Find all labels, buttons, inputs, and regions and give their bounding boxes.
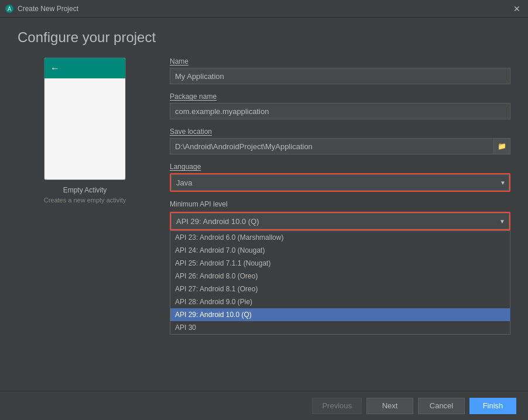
name-input[interactable] bbox=[170, 68, 510, 84]
main-content: Configure your project ← Empty Activity … bbox=[0, 18, 528, 420]
api-option-23[interactable]: API 23: Android 6.0 (Marshmallow) bbox=[170, 231, 510, 244]
bottom-bar: Previous Next Cancel Finish bbox=[0, 391, 528, 420]
api-level-section: Minimum API level API 29: Android 10.0 (… bbox=[170, 200, 510, 267]
cancel-button[interactable]: Cancel bbox=[418, 398, 465, 414]
svg-text:A: A bbox=[8, 6, 12, 12]
package-input[interactable] bbox=[170, 103, 510, 119]
app-icon: A bbox=[5, 4, 14, 13]
api-option-26[interactable]: API 26: Android 8.0 (Oreo) bbox=[170, 270, 510, 283]
language-field-group: Language Java Kotlin ▼ bbox=[170, 163, 510, 192]
language-label: Language bbox=[170, 163, 510, 171]
left-panel: ← Empty Activity Creates a new empty act… bbox=[18, 57, 152, 408]
api-option-28[interactable]: API 28: Android 9.0 (Pie) bbox=[170, 295, 510, 308]
api-option-29[interactable]: API 29: Android 10.0 (Q) bbox=[170, 308, 510, 321]
browse-folder-button[interactable]: 📁 bbox=[494, 138, 510, 154]
next-button[interactable]: Next bbox=[366, 398, 413, 414]
language-select-wrapper: Java Kotlin ▼ bbox=[170, 173, 510, 192]
activity-label: Empty Activity bbox=[63, 186, 107, 194]
right-panel: Name Package name Save location 📁 bbox=[170, 57, 510, 408]
api-option-27[interactable]: API 27: Android 8.1 (Oreo) bbox=[170, 283, 510, 295]
page-title: Configure your project bbox=[18, 29, 510, 46]
package-field-group: Package name bbox=[170, 92, 510, 119]
api-dropdown-container: API 29: Android 10.0 (Q) ▼ API 23: Andro… bbox=[170, 212, 510, 230]
api-option-24[interactable]: API 24: Android 7.0 (Nougat) bbox=[170, 244, 510, 257]
title-bar-text: Create New Project bbox=[18, 5, 78, 13]
name-label: Name bbox=[170, 57, 510, 66]
save-location-label: Save location bbox=[170, 128, 510, 136]
api-level-label: Minimum API level bbox=[170, 200, 510, 208]
activity-description: Creates a new empty activity bbox=[44, 197, 126, 204]
title-bar: A Create New Project ✕ bbox=[0, 0, 528, 18]
folder-icon: 📁 bbox=[498, 142, 506, 150]
api-selected-value: API 29: Android 10.0 (Q) bbox=[176, 217, 259, 226]
api-option-25[interactable]: API 25: Android 7.1.1 (Nougat) bbox=[170, 257, 510, 270]
previous-button[interactable]: Previous bbox=[312, 398, 362, 414]
save-location-group: Save location 📁 bbox=[170, 128, 510, 154]
api-select-display[interactable]: API 29: Android 10.0 (Q) ▼ bbox=[171, 213, 509, 229]
name-field-group: Name bbox=[170, 57, 510, 84]
save-location-input-group: 📁 bbox=[170, 138, 510, 154]
language-select[interactable]: Java Kotlin bbox=[171, 174, 509, 191]
save-location-input[interactable] bbox=[170, 138, 494, 154]
back-arrow-icon: ← bbox=[50, 63, 60, 74]
package-label: Package name bbox=[170, 92, 510, 101]
content-area: ← Empty Activity Creates a new empty act… bbox=[18, 57, 510, 408]
api-select-wrapper: API 29: Android 10.0 (Q) ▼ bbox=[170, 212, 510, 230]
api-dropdown-arrow-icon: ▼ bbox=[499, 218, 505, 225]
phone-preview: ← bbox=[44, 57, 126, 180]
phone-body bbox=[44, 78, 125, 180]
finish-button[interactable]: Finish bbox=[469, 398, 516, 414]
api-dropdown-list: API 23: Android 6.0 (Marshmallow) API 24… bbox=[170, 230, 510, 335]
api-option-30[interactable]: API 30 bbox=[170, 321, 510, 334]
phone-top-bar: ← bbox=[44, 58, 125, 78]
close-button[interactable]: ✕ bbox=[510, 2, 523, 15]
